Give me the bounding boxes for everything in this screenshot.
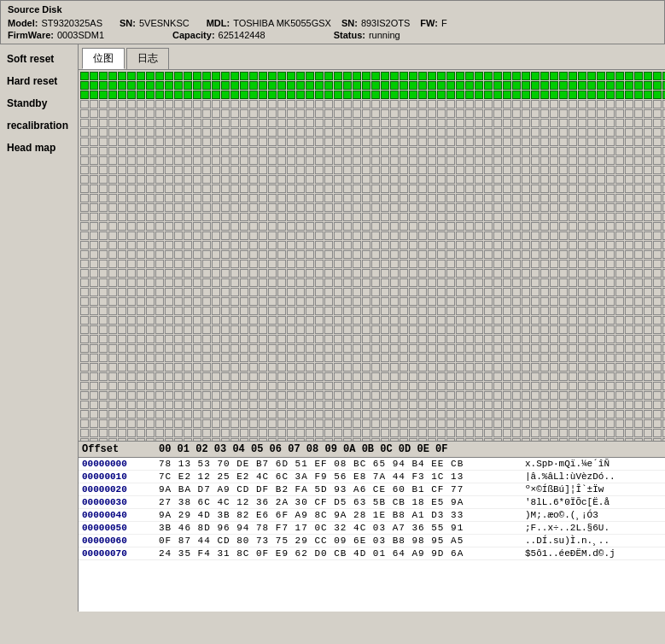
grid-cell: [174, 194, 183, 202]
grid-cell: [249, 138, 258, 146]
grid-cell: [324, 269, 333, 278]
grid-cell: [108, 128, 117, 137]
grid-cell: [146, 194, 155, 202]
grid-cell: [418, 316, 427, 325]
grid-cell: [437, 138, 446, 146]
grid-cell: [306, 100, 314, 108]
grid-cell: [418, 156, 427, 165]
grid-cell: [418, 278, 427, 287]
grid-cell: [390, 316, 399, 325]
grid-cell: [540, 419, 549, 428]
grid-cell: [587, 91, 596, 99]
grid-cell: [531, 269, 540, 278]
grid-cell: [446, 138, 455, 146]
grid-cell: [174, 241, 183, 249]
grid-cell: [371, 175, 380, 184]
hex-ascii: |â.%âLl:ùVèzDó..: [525, 471, 662, 482]
grid-cell: [287, 363, 295, 372]
grid-cell: [118, 419, 126, 428]
grid-cell: [606, 260, 615, 268]
grid-cell: [343, 410, 352, 419]
hex-row[interactable]: 000000503B 46 8D 96 94 78 F7 17 0C 32 4C…: [79, 522, 665, 535]
grid-cell: [184, 401, 192, 409]
grid-cell: [99, 410, 108, 419]
grid-cell: [653, 109, 662, 118]
grid-cell: [221, 203, 230, 212]
grid-cell: [381, 156, 389, 165]
grid-cell: [409, 184, 417, 193]
grid-cell: [625, 203, 633, 212]
grid-cell: [400, 109, 408, 118]
grid-cell: [193, 297, 201, 306]
grid-cell: [625, 410, 633, 419]
grid-cell: [240, 222, 248, 231]
grid-cell: [531, 391, 540, 400]
grid-cell: [137, 138, 145, 146]
grid-cell: [315, 166, 324, 174]
hex-row[interactable]: 000000600F 87 44 CD 80 73 75 29 CC 09 6E…: [79, 535, 665, 547]
grid-cell: [324, 354, 333, 362]
grid-cell: [174, 325, 183, 334]
grid-cell: [559, 175, 568, 184]
grid-cell: [315, 410, 324, 419]
grid-cell: [306, 297, 314, 306]
grid-cell: [99, 316, 108, 325]
hard-reset-button[interactable]: Hard reset: [0, 70, 78, 92]
grid-cell: [418, 307, 427, 315]
grid-cell: [475, 260, 483, 268]
grid-cell: [437, 119, 446, 127]
grid-cell: [193, 156, 201, 165]
grid-cell: [550, 391, 558, 400]
grid-cell: [531, 419, 540, 428]
grid-cell: [240, 288, 248, 296]
grid-cell: [493, 401, 502, 409]
grid-cell: [587, 72, 596, 80]
hex-row[interactable]: 000000107C E2 12 25 E2 4C 6C 3A F9 56 E8…: [79, 471, 665, 483]
grid-cell: [465, 138, 474, 146]
grid-cell: [306, 372, 314, 381]
recalibration-button[interactable]: recalibration: [0, 114, 78, 137]
grid-cell: [615, 419, 624, 428]
grid-cell: [371, 241, 380, 249]
hex-row[interactable]: 0000007024 35 F4 31 8C 0F E9 62 D0 CB 4D…: [79, 547, 665, 560]
grid-cell: [193, 372, 201, 381]
hex-row[interactable]: 0000000078 13 53 70 DE B7 6D 51 EF 08 BC…: [79, 458, 665, 471]
grid-cell: [550, 231, 558, 240]
grid-cell: [334, 128, 342, 137]
grid-cell: [99, 100, 108, 108]
grid-cell: [522, 72, 530, 80]
hex-body[interactable]: 0000000078 13 53 70 DE B7 6D 51 EF 08 BC…: [79, 458, 665, 612]
tab-log[interactable]: 日志: [126, 48, 169, 69]
grid-cell: [212, 184, 220, 193]
grid-cell: [362, 410, 370, 419]
grid-cell: [644, 372, 652, 381]
grid-cell: [80, 382, 89, 390]
grid-cell: [597, 250, 605, 259]
hex-row[interactable]: 000000209A BA D7 A9 CD DF B2 FA 5D 93 A6…: [79, 483, 665, 496]
grid-cell: [230, 147, 239, 155]
grid-cell: [296, 297, 305, 306]
grid-cell: [550, 419, 558, 428]
hex-row[interactable]: 000000409A 29 4D 3B 82 E6 6F A9 8C 9A 28…: [79, 509, 665, 522]
grid-cell: [540, 391, 549, 400]
grid-cell: [202, 419, 211, 428]
grid-cell: [409, 175, 417, 184]
tab-bitmap[interactable]: 位图: [82, 48, 125, 69]
grid-cell: [475, 391, 483, 400]
grid-cell: [644, 109, 652, 118]
grid-cell: [165, 175, 173, 184]
grid-cell: [306, 109, 314, 118]
grid-cell: [230, 325, 239, 334]
hex-row[interactable]: 0000003027 38 6C 4C 12 36 2A 30 CF D5 63…: [79, 496, 665, 509]
grid-cell: [212, 297, 220, 306]
head-map-button[interactable]: Head map: [0, 137, 78, 159]
grid-cell: [137, 156, 145, 165]
grid-cell: [174, 250, 183, 259]
grid-cell: [240, 307, 248, 315]
soft-reset-button[interactable]: Soft reset: [0, 48, 78, 70]
grid-cell: [493, 363, 502, 372]
standby-button[interactable]: Standby: [0, 92, 78, 114]
grid-cell: [446, 241, 455, 249]
grid-cell: [484, 382, 493, 390]
grid-cell: [174, 363, 183, 372]
